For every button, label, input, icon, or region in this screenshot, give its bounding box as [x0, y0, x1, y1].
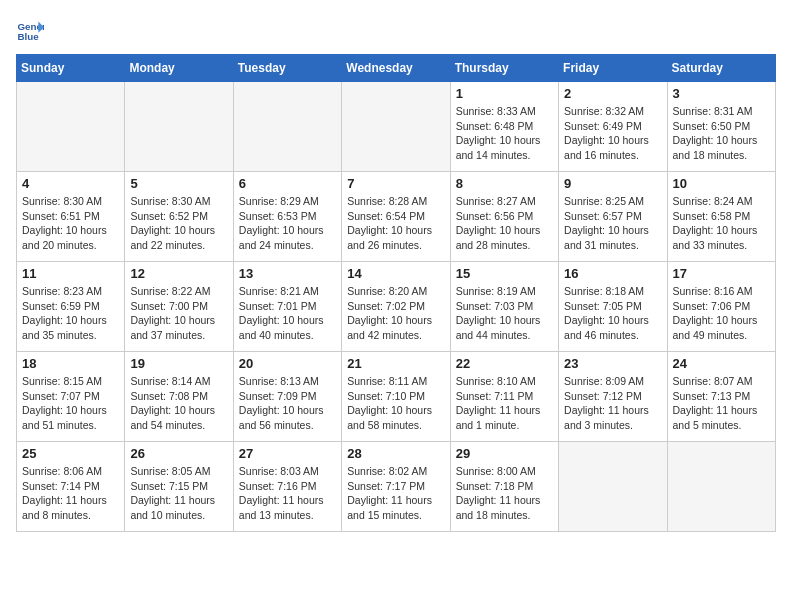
day-info: Sunrise: 8:27 AMSunset: 6:56 PMDaylight:… [456, 194, 553, 253]
day-number: 19 [130, 356, 227, 371]
day-info: Sunrise: 8:32 AMSunset: 6:49 PMDaylight:… [564, 104, 661, 163]
calendar-week-row-1: 1Sunrise: 8:33 AMSunset: 6:48 PMDaylight… [17, 82, 776, 172]
calendar-cell: 25Sunrise: 8:06 AMSunset: 7:14 PMDayligh… [17, 442, 125, 532]
calendar-header-wednesday: Wednesday [342, 55, 450, 82]
day-number: 10 [673, 176, 770, 191]
calendar-header-friday: Friday [559, 55, 667, 82]
calendar-week-row-2: 4Sunrise: 8:30 AMSunset: 6:51 PMDaylight… [17, 172, 776, 262]
calendar-header-saturday: Saturday [667, 55, 775, 82]
calendar-cell: 2Sunrise: 8:32 AMSunset: 6:49 PMDaylight… [559, 82, 667, 172]
day-info: Sunrise: 8:09 AMSunset: 7:12 PMDaylight:… [564, 374, 661, 433]
day-number: 16 [564, 266, 661, 281]
calendar-cell: 13Sunrise: 8:21 AMSunset: 7:01 PMDayligh… [233, 262, 341, 352]
calendar-cell: 26Sunrise: 8:05 AMSunset: 7:15 PMDayligh… [125, 442, 233, 532]
calendar-cell: 16Sunrise: 8:18 AMSunset: 7:05 PMDayligh… [559, 262, 667, 352]
calendar-cell: 17Sunrise: 8:16 AMSunset: 7:06 PMDayligh… [667, 262, 775, 352]
day-number: 26 [130, 446, 227, 461]
day-number: 18 [22, 356, 119, 371]
day-number: 24 [673, 356, 770, 371]
calendar-cell: 29Sunrise: 8:00 AMSunset: 7:18 PMDayligh… [450, 442, 558, 532]
day-number: 3 [673, 86, 770, 101]
day-number: 17 [673, 266, 770, 281]
day-info: Sunrise: 8:07 AMSunset: 7:13 PMDaylight:… [673, 374, 770, 433]
header: General Blue [16, 16, 776, 44]
day-number: 2 [564, 86, 661, 101]
day-number: 11 [22, 266, 119, 281]
day-info: Sunrise: 8:29 AMSunset: 6:53 PMDaylight:… [239, 194, 336, 253]
day-info: Sunrise: 8:20 AMSunset: 7:02 PMDaylight:… [347, 284, 444, 343]
day-info: Sunrise: 8:30 AMSunset: 6:52 PMDaylight:… [130, 194, 227, 253]
calendar-cell: 7Sunrise: 8:28 AMSunset: 6:54 PMDaylight… [342, 172, 450, 262]
day-number: 20 [239, 356, 336, 371]
day-info: Sunrise: 8:10 AMSunset: 7:11 PMDaylight:… [456, 374, 553, 433]
day-info: Sunrise: 8:19 AMSunset: 7:03 PMDaylight:… [456, 284, 553, 343]
calendar-cell: 20Sunrise: 8:13 AMSunset: 7:09 PMDayligh… [233, 352, 341, 442]
day-info: Sunrise: 8:16 AMSunset: 7:06 PMDaylight:… [673, 284, 770, 343]
day-number: 12 [130, 266, 227, 281]
calendar-cell: 21Sunrise: 8:11 AMSunset: 7:10 PMDayligh… [342, 352, 450, 442]
svg-text:Blue: Blue [17, 31, 39, 42]
calendar-cell: 22Sunrise: 8:10 AMSunset: 7:11 PMDayligh… [450, 352, 558, 442]
day-number: 21 [347, 356, 444, 371]
calendar-header-tuesday: Tuesday [233, 55, 341, 82]
calendar-week-row-3: 11Sunrise: 8:23 AMSunset: 6:59 PMDayligh… [17, 262, 776, 352]
calendar-cell: 4Sunrise: 8:30 AMSunset: 6:51 PMDaylight… [17, 172, 125, 262]
calendar-cell: 27Sunrise: 8:03 AMSunset: 7:16 PMDayligh… [233, 442, 341, 532]
calendar-cell: 19Sunrise: 8:14 AMSunset: 7:08 PMDayligh… [125, 352, 233, 442]
day-number: 15 [456, 266, 553, 281]
day-number: 25 [22, 446, 119, 461]
day-number: 14 [347, 266, 444, 281]
day-info: Sunrise: 8:22 AMSunset: 7:00 PMDaylight:… [130, 284, 227, 343]
day-number: 27 [239, 446, 336, 461]
day-info: Sunrise: 8:25 AMSunset: 6:57 PMDaylight:… [564, 194, 661, 253]
day-info: Sunrise: 8:30 AMSunset: 6:51 PMDaylight:… [22, 194, 119, 253]
calendar-cell: 14Sunrise: 8:20 AMSunset: 7:02 PMDayligh… [342, 262, 450, 352]
calendar-cell: 23Sunrise: 8:09 AMSunset: 7:12 PMDayligh… [559, 352, 667, 442]
calendar-cell: 11Sunrise: 8:23 AMSunset: 6:59 PMDayligh… [17, 262, 125, 352]
calendar-header-sunday: Sunday [17, 55, 125, 82]
day-info: Sunrise: 8:24 AMSunset: 6:58 PMDaylight:… [673, 194, 770, 253]
logo-icon: General Blue [16, 16, 44, 44]
calendar-cell: 3Sunrise: 8:31 AMSunset: 6:50 PMDaylight… [667, 82, 775, 172]
day-info: Sunrise: 8:02 AMSunset: 7:17 PMDaylight:… [347, 464, 444, 523]
day-number: 5 [130, 176, 227, 191]
calendar-cell [17, 82, 125, 172]
calendar-cell: 8Sunrise: 8:27 AMSunset: 6:56 PMDaylight… [450, 172, 558, 262]
calendar-cell [342, 82, 450, 172]
day-number: 22 [456, 356, 553, 371]
calendar-cell [667, 442, 775, 532]
calendar-cell: 15Sunrise: 8:19 AMSunset: 7:03 PMDayligh… [450, 262, 558, 352]
day-number: 8 [456, 176, 553, 191]
calendar-cell: 18Sunrise: 8:15 AMSunset: 7:07 PMDayligh… [17, 352, 125, 442]
day-info: Sunrise: 8:23 AMSunset: 6:59 PMDaylight:… [22, 284, 119, 343]
day-info: Sunrise: 8:11 AMSunset: 7:10 PMDaylight:… [347, 374, 444, 433]
calendar-cell: 24Sunrise: 8:07 AMSunset: 7:13 PMDayligh… [667, 352, 775, 442]
day-info: Sunrise: 8:03 AMSunset: 7:16 PMDaylight:… [239, 464, 336, 523]
day-number: 29 [456, 446, 553, 461]
day-number: 23 [564, 356, 661, 371]
calendar-cell [125, 82, 233, 172]
day-number: 4 [22, 176, 119, 191]
calendar-cell: 28Sunrise: 8:02 AMSunset: 7:17 PMDayligh… [342, 442, 450, 532]
day-info: Sunrise: 8:21 AMSunset: 7:01 PMDaylight:… [239, 284, 336, 343]
calendar-cell: 6Sunrise: 8:29 AMSunset: 6:53 PMDaylight… [233, 172, 341, 262]
day-number: 13 [239, 266, 336, 281]
day-info: Sunrise: 8:05 AMSunset: 7:15 PMDaylight:… [130, 464, 227, 523]
calendar-cell: 1Sunrise: 8:33 AMSunset: 6:48 PMDaylight… [450, 82, 558, 172]
calendar-cell [233, 82, 341, 172]
day-info: Sunrise: 8:18 AMSunset: 7:05 PMDaylight:… [564, 284, 661, 343]
day-info: Sunrise: 8:31 AMSunset: 6:50 PMDaylight:… [673, 104, 770, 163]
day-info: Sunrise: 8:33 AMSunset: 6:48 PMDaylight:… [456, 104, 553, 163]
logo: General Blue [16, 16, 48, 44]
day-number: 28 [347, 446, 444, 461]
day-info: Sunrise: 8:28 AMSunset: 6:54 PMDaylight:… [347, 194, 444, 253]
calendar-cell: 5Sunrise: 8:30 AMSunset: 6:52 PMDaylight… [125, 172, 233, 262]
calendar-header-thursday: Thursday [450, 55, 558, 82]
calendar-header-row: SundayMondayTuesdayWednesdayThursdayFrid… [17, 55, 776, 82]
day-info: Sunrise: 8:13 AMSunset: 7:09 PMDaylight:… [239, 374, 336, 433]
day-number: 7 [347, 176, 444, 191]
calendar-week-row-5: 25Sunrise: 8:06 AMSunset: 7:14 PMDayligh… [17, 442, 776, 532]
calendar-week-row-4: 18Sunrise: 8:15 AMSunset: 7:07 PMDayligh… [17, 352, 776, 442]
calendar-cell: 10Sunrise: 8:24 AMSunset: 6:58 PMDayligh… [667, 172, 775, 262]
calendar-table: SundayMondayTuesdayWednesdayThursdayFrid… [16, 54, 776, 532]
